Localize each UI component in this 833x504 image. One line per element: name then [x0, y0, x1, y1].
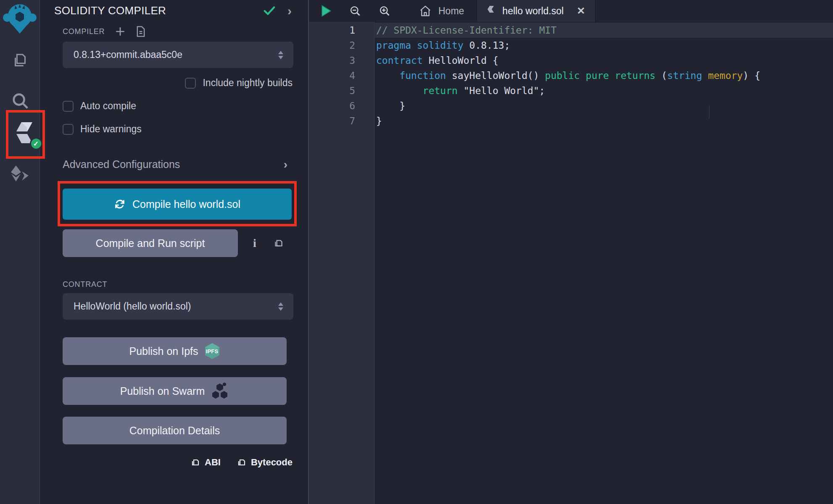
run-script-icon[interactable]: [321, 5, 332, 17]
hide-warnings-label[interactable]: Hide warnings: [80, 123, 142, 135]
include-nightly-checkbox[interactable]: [185, 78, 196, 89]
auto-compile-row: Auto compile: [63, 100, 293, 112]
copy-abi[interactable]: ABI: [190, 457, 221, 468]
tab-close-icon[interactable]: ✕: [577, 5, 585, 17]
compile-run-button[interactable]: Compile and Run script: [63, 229, 238, 257]
artifact-row: ABI Bytecode: [63, 457, 293, 468]
check-icon: [263, 5, 276, 16]
code-line-4[interactable]: 4 function sayHelloWorld() public pure r…: [309, 68, 833, 83]
editor-pane: Home hello world.sol ✕ 1// SPDX-License-…: [309, 0, 833, 504]
add-compiler-icon[interactable]: [115, 26, 126, 37]
include-nightly-row: Include nightly builds: [63, 77, 293, 89]
compilation-details-button[interactable]: Compilation Details: [63, 417, 287, 444]
editor-tabbar: Home hello world.sol ✕: [309, 0, 833, 22]
panel-title: SOLIDITY COMPILER: [54, 4, 166, 17]
file-explorer-icon[interactable]: [0, 47, 40, 76]
code-area[interactable]: 1// SPDX-License-Identifier: MIT2pragma …: [309, 22, 833, 504]
zoom-in-icon[interactable]: [379, 5, 390, 17]
advanced-expand-chevron-icon: ›: [284, 159, 287, 171]
panel-collapse-chevron-icon[interactable]: ›: [287, 5, 292, 17]
compiler-highlight-frame: ✓: [6, 110, 45, 159]
auto-compile-label[interactable]: Auto compile: [80, 100, 136, 112]
compiler-version-select[interactable]: 0.8.13+commit.abaa5c0e: [63, 42, 293, 68]
advanced-configurations-label: Advanced Configurations: [63, 158, 180, 171]
compilation-details-label: Compilation Details: [129, 425, 220, 437]
abi-label: ABI: [205, 457, 221, 468]
include-nightly-label[interactable]: Include nightly builds: [203, 77, 293, 89]
compile-highlight-frame: Compile hello world.sol: [58, 181, 297, 226]
compile-button-label: Compile hello world.sol: [132, 198, 240, 210]
code-lines: 1// SPDX-License-Identifier: MIT2pragma …: [309, 23, 833, 129]
hide-warnings-row: Hide warnings: [63, 123, 293, 135]
remix-logo[interactable]: [3, 2, 37, 36]
solidity-compiler-panel: SOLIDITY COMPILER › COMPILER 0.8.13+comm…: [40, 0, 309, 504]
code-line-6[interactable]: 6 }: [309, 98, 833, 113]
icon-sidebar: ✓: [0, 0, 40, 504]
select-updown-icon: [277, 50, 284, 60]
compiler-file-icon[interactable]: [136, 26, 146, 37]
publish-ipfs-button[interactable]: Publish on Ipfs IPFS: [63, 337, 287, 365]
publish-ipfs-label: Publish on Ipfs: [129, 345, 198, 357]
copy-icon: [190, 457, 200, 467]
code-line-1[interactable]: 1// SPDX-License-Identifier: MIT: [309, 23, 833, 38]
compile-button[interactable]: Compile hello world.sol: [63, 189, 292, 220]
advanced-configurations[interactable]: Advanced Configurations ›: [63, 158, 293, 171]
compile-run-row: Compile and Run script i: [63, 229, 293, 257]
tab-home-label: Home: [438, 5, 464, 17]
compiler-section-label: COMPILER: [63, 27, 105, 36]
compiler-version-value: 0.8.13+commit.abaa5c0e: [74, 49, 182, 60]
publish-swarm-label: Publish on Swarm: [120, 385, 205, 397]
zoom-out-icon[interactable]: [349, 5, 361, 17]
compiler-section-header: COMPILER: [63, 26, 293, 37]
contract-section-label: CONTRACT: [63, 280, 107, 289]
tab-hello-world-sol[interactable]: hello world.sol ✕: [477, 0, 596, 22]
compile-run-label: Compile and Run script: [96, 237, 205, 249]
panel-header: SOLIDITY COMPILER ›: [54, 4, 293, 17]
solidity-file-icon: [487, 5, 496, 16]
copy-icon: [237, 457, 247, 467]
bytecode-label: Bytecode: [251, 457, 293, 468]
contract-select[interactable]: HelloWorld (hello world.sol): [63, 293, 293, 320]
contract-section-header: CONTRACT: [63, 280, 293, 289]
code-line-2[interactable]: 2pragma solidity 0.8.13;: [309, 38, 833, 53]
home-icon: [419, 5, 432, 17]
copy-bytecode[interactable]: Bytecode: [237, 457, 293, 468]
tab-home[interactable]: Home: [390, 0, 477, 22]
code-line-5[interactable]: 5 return "Hello World";: [309, 83, 833, 98]
swarm-icon: [211, 382, 229, 400]
contract-select-value: HelloWorld (hello world.sol): [74, 301, 191, 312]
code-line-7[interactable]: 7}: [309, 113, 833, 129]
deploy-run-icon[interactable]: [0, 160, 40, 190]
hide-warnings-checkbox[interactable]: [63, 124, 74, 135]
indent-guide: [709, 106, 709, 118]
info-icon[interactable]: i: [253, 236, 256, 250]
auto-compile-checkbox[interactable]: [63, 101, 74, 112]
copy-icon[interactable]: [273, 238, 284, 249]
solidity-compiler-icon[interactable]: ✓: [14, 121, 37, 147]
code-line-3[interactable]: 3contract HelloWorld {: [309, 53, 833, 68]
tab-active-label: hello world.sol: [502, 5, 564, 17]
compile-success-badge: ✓: [30, 137, 42, 150]
ipfs-icon: IPFS: [204, 343, 220, 360]
sync-icon: [114, 198, 126, 210]
select-updown-icon: [277, 302, 284, 312]
publish-swarm-button[interactable]: Publish on Swarm: [63, 377, 287, 405]
